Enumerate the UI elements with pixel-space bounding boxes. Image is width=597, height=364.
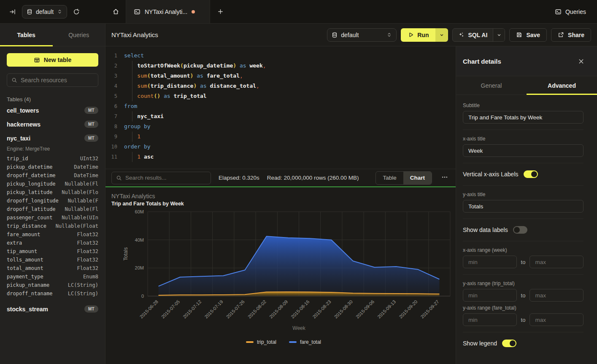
close-panel-button[interactable]: [576, 57, 586, 66]
view-toggle-chart[interactable]: Chart: [403, 172, 432, 184]
vertical-labels-toggle[interactable]: [524, 170, 538, 178]
range-to-label: to: [521, 259, 526, 265]
table-row-nyc_taxi[interactable]: nyc_taxiMT: [7, 131, 98, 145]
run-button-group: Run: [401, 28, 448, 42]
column-row: pickup_datetimeDateTime: [7, 163, 98, 171]
collapse-sidebar-button[interactable]: [8, 7, 18, 17]
y-axis-range-trip-min-input[interactable]: [463, 289, 517, 302]
sidebar-content: New table Tables (4) cell_towersMThacker…: [0, 46, 105, 364]
engine-badge: MT: [84, 107, 98, 114]
run-options-button[interactable]: [435, 28, 448, 42]
query-database-selector[interactable]: default: [327, 28, 397, 42]
vertical-labels-label: Vertical x-axis Labels: [463, 171, 519, 178]
column-type: Enum8: [83, 272, 98, 281]
legend-item-trip_total[interactable]: trip_total: [246, 339, 276, 345]
search-results-input[interactable]: [125, 175, 206, 181]
data-labels-toggle[interactable]: [513, 226, 527, 234]
queries-button[interactable]: Queries: [550, 0, 597, 23]
panel-tab-advanced[interactable]: Advanced: [527, 76, 597, 94]
save-button-label: Save: [526, 32, 540, 38]
chart-title: NYTaxi Analytics: [111, 192, 456, 200]
line-number: 4: [105, 81, 117, 91]
column-row: tolls_amountFloat32: [7, 256, 98, 264]
app-body: Tables Queries New table Tables (4): [0, 24, 597, 364]
line-number: 1: [105, 51, 117, 61]
line-number: 5: [105, 91, 117, 101]
y-axis-range-fare-max-input[interactable]: [529, 313, 583, 326]
column-name: dropoff_ntaname: [7, 289, 52, 298]
column-name: dropoff_latitude: [7, 205, 56, 213]
x-axis-range-max-input[interactable]: [529, 256, 583, 268]
tables-list: cell_towersMThackernewsMTnyc_taxiMTEngin…: [7, 103, 98, 316]
column-type: LC(String): [68, 281, 98, 289]
legend-item-fare_total[interactable]: fare_total: [289, 339, 321, 345]
code-line: 6from: [105, 101, 456, 111]
column-name: trip_distance: [7, 222, 46, 230]
subtitle-field-label: Subtitle: [463, 102, 583, 108]
sidebar-tab-tables[interactable]: Tables: [0, 24, 53, 46]
column-type: Nullable(F: [68, 197, 98, 205]
column-name: trip_id: [7, 154, 28, 163]
table-row-stocks_stream[interactable]: stocks_streamMT: [7, 302, 98, 316]
line-number: 7: [105, 111, 117, 121]
engine-badge: MT: [84, 121, 98, 128]
x-axis-title-field-group: x-axis title: [463, 136, 583, 157]
query-header: NYTaxi Analytics default: [105, 24, 597, 46]
column-name: pickup_longitude: [7, 180, 56, 188]
column-type: LC(String): [68, 289, 98, 298]
table-row-hackernews[interactable]: hackernewsMT: [7, 117, 98, 131]
sidebar-tab-queries[interactable]: Queries: [53, 24, 105, 46]
unsaved-changes-dot: [192, 10, 195, 13]
code-line: 1select: [105, 51, 456, 61]
search-resources-input[interactable]: [21, 77, 94, 84]
share-button[interactable]: Share: [551, 28, 591, 42]
run-button[interactable]: Run: [401, 28, 435, 42]
y-axis-range-trip-max-input[interactable]: [529, 289, 583, 302]
play-icon: [408, 32, 414, 38]
panel-tab-general[interactable]: General: [456, 76, 527, 94]
chart-details-panel: Chart details General Advanced: [456, 46, 597, 364]
show-legend-label: Show legend: [463, 340, 497, 347]
x-axis-range-group: x-axis range (week) to: [463, 247, 583, 268]
x-axis-range-min-input[interactable]: [463, 256, 517, 268]
data-labels-row: Show data labels: [463, 225, 583, 235]
refresh-button[interactable]: [71, 7, 81, 17]
home-button[interactable]: [105, 0, 126, 23]
line-number: 8: [105, 121, 117, 132]
line-number: 3: [105, 71, 117, 81]
view-toggle-table[interactable]: Table: [376, 172, 403, 184]
svg-text:2015-09-20: 2015-09-20: [398, 299, 418, 319]
database-selector[interactable]: default: [22, 5, 67, 19]
table-grid-icon: [34, 57, 40, 63]
svg-text:Week: Week: [292, 325, 305, 331]
code-text: 1 asc: [124, 152, 456, 162]
panel-header: Chart details: [456, 46, 597, 76]
more-options-button[interactable]: [440, 172, 450, 183]
sql-editor[interactable]: 1select2 toStartOfWeek(pickup_datetime) …: [105, 46, 456, 169]
column-type: Nullable(Float: [56, 222, 98, 230]
sparkles-icon: [458, 32, 465, 38]
column-name: dropoff_longitude: [7, 197, 59, 205]
indent-guide: [132, 91, 132, 101]
y-axis-range-fare-min-input[interactable]: [463, 313, 517, 326]
sql-ai-options-button[interactable]: [493, 29, 505, 41]
save-button[interactable]: Save: [509, 28, 547, 42]
column-name: pickup_latitude: [7, 188, 52, 197]
svg-text:20M: 20M: [135, 265, 144, 270]
column-row: dropoff_datetimeDateTime: [7, 171, 98, 180]
new-tab-button[interactable]: [210, 0, 230, 23]
x-axis-title-input[interactable]: [463, 144, 583, 157]
subtitle-input[interactable]: [463, 111, 583, 124]
show-legend-toggle[interactable]: [502, 340, 516, 347]
query-tab[interactable]: NYTaxi Analyti...: [126, 0, 210, 23]
code-text: nyc_taxi: [124, 111, 456, 121]
column-type: DateTime: [74, 171, 98, 180]
chart-plot: 020M40M60M2015-06-282015-07-052015-07-12…: [111, 208, 456, 334]
y-axis-title-input[interactable]: [463, 200, 583, 213]
table-row-cell_towers[interactable]: cell_towersMT: [7, 103, 98, 117]
sql-ai-button[interactable]: SQL AI: [453, 29, 493, 41]
column-name: extra: [7, 239, 22, 247]
y-axis-title-label: y-axis title: [463, 191, 583, 197]
chevron-down-icon: [439, 32, 444, 38]
new-table-button[interactable]: New table: [7, 53, 98, 67]
